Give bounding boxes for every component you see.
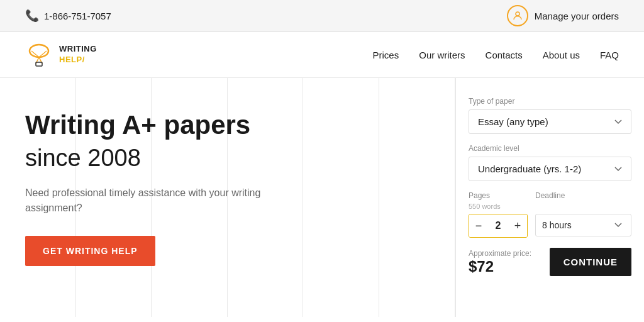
deadline-label: Deadline (535, 191, 631, 200)
svg-point-0 (516, 12, 519, 16)
words-label: 550 words (469, 203, 528, 210)
paper-type-group: Type of paper Essay (any type) Research … (469, 97, 631, 134)
manage-orders-label: Manage your orders (535, 11, 619, 21)
continue-button[interactable]: CONTINUE (550, 248, 631, 276)
svg-point-1 (30, 45, 48, 57)
order-form: Type of paper Essay (any type) Research … (455, 78, 644, 317)
svg-rect-4 (36, 62, 42, 66)
academic-level-label: Academic level (469, 144, 631, 153)
paper-type-select[interactable]: Essay (any type) Research paper Term pap… (469, 109, 631, 134)
phone-number: 1-866-751-7057 (44, 11, 111, 21)
hero-description: Need professional timely assistance with… (25, 186, 289, 216)
pages-increment-button[interactable]: + (508, 214, 527, 237)
pages-deadline-row: Pages 550 words − + Deadline 8 hours 12 … (469, 191, 631, 238)
phone-info: 📞 1-866-751-7057 (25, 9, 111, 23)
phone-icon: 📞 (25, 9, 39, 23)
price-continue-row: Approximate price: $72 CONTINUE (469, 248, 631, 276)
nav-faq[interactable]: FAQ (600, 50, 619, 60)
nav-our-writers[interactable]: Our writers (419, 50, 465, 60)
top-bar: 📞 1-866-751-7057 Manage your orders (0, 0, 644, 32)
main-content: Writing A+ papers since 2008 Need profes… (0, 78, 644, 317)
pages-control: − + (469, 214, 528, 238)
price-info: Approximate price: $72 (469, 249, 531, 275)
approx-label: Approximate price: (469, 249, 531, 258)
academic-level-select[interactable]: Undergraduate (yrs. 1-2) Undergraduate (… (469, 157, 631, 181)
logo-text: WRITING HELP/ (59, 44, 97, 65)
deadline-select[interactable]: 8 hours 12 hours 24 hours 3 days 7 days (535, 214, 631, 236)
academic-level-group: Academic level Undergraduate (yrs. 1-2) … (469, 144, 631, 181)
manage-orders-link[interactable]: Manage your orders (507, 5, 619, 26)
nav-prices[interactable]: Prices (373, 50, 399, 60)
hero-title-light: since 2008 (25, 145, 430, 172)
approx-price: $72 (469, 258, 531, 275)
paper-type-label: Type of paper (469, 97, 631, 106)
pages-group: Pages 550 words − + (469, 191, 528, 238)
pages-decrement-button[interactable]: − (469, 214, 488, 237)
get-writing-help-button[interactable]: GET WRITING HELP (25, 236, 155, 266)
main-nav: Prices Our writers Contacts About us FAQ (373, 50, 619, 60)
nav-about-us[interactable]: About us (543, 50, 580, 60)
header: WRITING HELP/ Prices Our writers Contact… (0, 32, 644, 78)
pages-input[interactable] (488, 220, 508, 231)
pages-label: Pages (469, 191, 528, 200)
nav-contacts[interactable]: Contacts (486, 50, 523, 60)
hero-title-bold: Writing A+ papers (25, 109, 430, 141)
deadline-group: Deadline 8 hours 12 hours 24 hours 3 day… (535, 191, 631, 236)
user-icon (507, 5, 528, 26)
logo[interactable]: WRITING HELP/ (25, 41, 97, 69)
hero-section: Writing A+ papers since 2008 Need profes… (0, 78, 455, 317)
